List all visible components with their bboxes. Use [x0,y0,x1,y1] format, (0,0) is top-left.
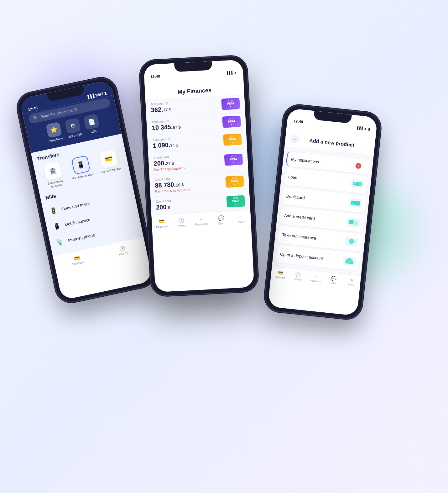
finances-nav-label: Finances [72,261,84,266]
transfer-via-card[interactable]: 💳 Via card number [94,148,125,179]
applications-badge: 1 [355,163,362,169]
back-icon: ‹ [294,136,296,141]
right-history-label: History [294,278,302,281]
visa-logo-credit-3: VISA [232,199,239,203]
right-title: Add a new product [303,137,361,149]
visa-logo-2: VISA [228,119,235,123]
right-more-icon: ≡ [350,278,353,283]
center-chat-icon: 💬 [218,215,224,221]
between-accounts-icon: 🏦 [43,161,63,181]
credit-chevron-3: ▼ [235,203,237,206]
applications-chevron: › [364,164,366,169]
via-phone-icon: 📱 [71,155,91,175]
credit-card-icon [347,217,360,227]
mobile-label: Mobile service [64,217,91,227]
left-time: 12:48 [28,106,38,112]
loan-icon [351,179,364,189]
credit-chevron-2: ▼ [233,183,236,186]
right-nav-more[interactable]: ≡ More [342,276,361,288]
search-icon: 🔍 [33,115,39,121]
center-wifi-icon: ▲ [234,71,237,74]
credit-card-name: Add a credit card [284,213,347,224]
credit-card-num-1: 9322 [231,155,236,157]
fines-icon: 🚦 [48,205,60,217]
center-time: 12:48 [150,74,160,79]
card-chevron-1: ▼ [229,105,232,108]
credit-cents-1: 27 $ [166,161,174,166]
product-list: My applications 1 › Loan [272,146,374,276]
center-history-label: History [177,224,186,227]
left-phone-screen: 12:48 ▐▐▐ WiFi ▮ 🔍 Enter the title or ta… [19,80,153,300]
credit-chevron-1: ▼ [232,161,235,164]
center-finances-icon: 💳 [159,218,165,225]
left-content: Transfers 🏦 Between my accounts 📱 Via ph… [31,134,143,257]
debit-name: Debit card [286,193,349,205]
credit-info-2: Credit card 88 780.56 $ Pay 3 232 $ by A… [154,174,226,193]
center-nav-payments[interactable]: ↔ Payments [191,215,211,228]
center-nav-chat[interactable]: 💬 Chat [211,214,231,227]
right-nav-chat[interactable]: 💬 Chat [324,274,343,286]
credit-card-num-2: 9322 [232,177,237,179]
visa-logo-3: VISA [229,137,236,141]
amount-main-3: 1 090. [153,141,170,149]
quick-action-templates[interactable]: ⭐ Templates [45,122,63,143]
quick-action-uid[interactable]: ⚙ UID or QR [64,118,82,139]
right-status-icons: ▐▐▐ ▲ ▮ [356,126,370,131]
credit-main-2: 88 780. [155,181,176,189]
deposit-icon [343,256,356,266]
right-chat-label: Chat [331,281,336,285]
svg-rect-3 [359,183,362,186]
right-nav-payments[interactable]: ↔ Payments [306,272,325,284]
visa-logo-1: VISA [227,102,234,105]
center-nav-history[interactable]: 🕐 History [171,215,192,229]
fines-label: Fines and taxes [61,201,90,212]
insurance-name: Take out insurance [282,232,345,243]
credit-info-3: Credit card 200 $ [156,196,227,211]
bills-icon: 📄 [83,114,100,130]
deposit-name: Open a deposit account [280,252,343,263]
visa-logo-credit-1: VISA [230,157,237,161]
amount-cents-2: 67 $ [173,125,181,130]
quick-action-bills[interactable]: 📄 Bills [83,114,101,135]
center-more-label: More [238,220,244,224]
visa-card-2: 9322 VISA ▼ [222,116,241,128]
applications-name: My applications [291,156,356,168]
accounts-list: Account in $ 362.77 $ 9322 VISA ▼ Accoun [145,94,250,215]
bills-label: Bills [91,129,97,134]
center-nav-more[interactable]: ≡ More [231,213,251,226]
center-chat-label: Chat [218,222,224,225]
credit-cents-3: $ [166,205,170,210]
internet-icon: 📡 [54,236,66,248]
visa-logo-credit-2: VISA [231,179,238,183]
right-payments-label: Payments [310,279,321,283]
right-payments-icon: ↔ [314,274,319,279]
transfer-via-phone[interactable]: 📱 Via phone number [66,154,97,185]
center-signal-icon: ▐▐▐ [226,71,232,74]
amount-main-2: 10 345. [152,123,173,131]
account-info-2: Account in $ 10 345.67 $ [152,117,223,132]
right-time: 12:48 [293,119,303,124]
battery-icon: ▮ [104,91,107,96]
phones-container: 12:48 ▐▐▐ WiFi ▮ 🔍 Enter the title or ta… [36,27,412,466]
back-button[interactable]: ‹ [290,134,300,144]
svg-rect-14 [348,261,350,263]
card-num-2: 9322 [229,117,234,120]
amount-main-1: 362. [151,106,163,114]
via-card-icon: 💳 [99,149,118,169]
right-finances-icon: 💳 [277,270,283,276]
finances-nav-icon: 💳 [73,255,81,262]
insurance-icon: ☂ [345,237,358,247]
center-nav-finances[interactable]: 💳 Finances [152,217,172,230]
transfer-between-accounts[interactable]: 🏦 Between my accounts [39,160,69,191]
right-nav-history[interactable]: 🕐 History [289,270,307,283]
visa-card-credit-3: 9322 VISA ▼ [226,195,245,207]
uid-icon: ⚙ [65,118,81,134]
center-status-icons: ▐▐▐ ▲ [226,71,237,75]
right-nav-finances[interactable]: 💳 Finances [271,268,289,281]
right-signal-icon: ▐▐▐ [356,126,363,130]
right-phone: 12:48 ▐▐▐ ▲ ▮ ‹ Add a new product My app… [263,104,382,320]
account-info-3: Account in $ 1 090.74 $ [152,135,224,150]
svg-text:☂: ☂ [354,241,356,244]
credit-cents-2: 56 $ [176,183,184,188]
center-more-icon: ≡ [239,214,242,220]
